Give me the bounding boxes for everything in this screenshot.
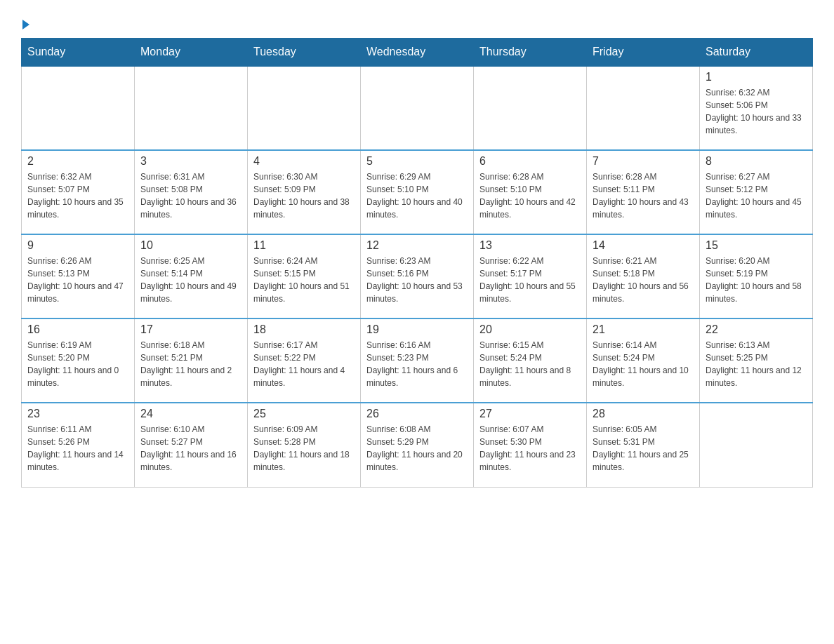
day-number: 7 [593, 155, 694, 168]
header-sunday: Sunday [22, 39, 135, 67]
day-info: Sunrise: 6:07 AMSunset: 5:30 PMDaylight:… [479, 423, 581, 474]
header-tuesday: Tuesday [248, 39, 361, 67]
day-info: Sunrise: 6:26 AMSunset: 5:13 PMDaylight:… [27, 255, 128, 305]
day-info: Sunrise: 6:05 AMSunset: 5:31 PMDaylight:… [593, 423, 694, 474]
header-thursday: Thursday [474, 39, 587, 67]
calendar: SundayMondayTuesdayWednesdayThursdayFrid… [21, 38, 813, 488]
week-row-5: 23Sunrise: 6:11 AMSunset: 5:26 PMDayligh… [22, 403, 813, 487]
calendar-cell [22, 66, 135, 150]
day-number: 10 [140, 239, 241, 252]
day-number: 1 [706, 71, 807, 83]
calendar-cell: 6Sunrise: 6:28 AMSunset: 5:10 PMDaylight… [474, 150, 587, 234]
header [21, 14, 813, 31]
calendar-cell [700, 403, 813, 487]
calendar-cell: 17Sunrise: 6:18 AMSunset: 5:21 PMDayligh… [135, 318, 248, 403]
day-info: Sunrise: 6:11 AMSunset: 5:26 PMDaylight:… [27, 423, 128, 474]
calendar-cell: 3Sunrise: 6:31 AMSunset: 5:08 PMDaylight… [135, 150, 248, 234]
calendar-cell: 2Sunrise: 6:32 AMSunset: 5:07 PMDaylight… [22, 150, 135, 234]
day-info: Sunrise: 6:31 AMSunset: 5:08 PMDaylight:… [140, 170, 241, 221]
day-number: 15 [706, 239, 807, 252]
day-number: 16 [27, 323, 128, 336]
day-number: 17 [140, 323, 241, 336]
day-info: Sunrise: 6:19 AMSunset: 5:20 PMDaylight:… [27, 339, 128, 389]
calendar-cell: 5Sunrise: 6:29 AMSunset: 5:10 PMDaylight… [361, 150, 474, 234]
calendar-cell [474, 66, 587, 150]
day-info: Sunrise: 6:25 AMSunset: 5:14 PMDaylight:… [140, 255, 241, 305]
calendar-cell: 24Sunrise: 6:10 AMSunset: 5:27 PMDayligh… [135, 403, 248, 487]
calendar-cell: 20Sunrise: 6:15 AMSunset: 5:24 PMDayligh… [474, 318, 587, 403]
calendar-cell: 25Sunrise: 6:09 AMSunset: 5:28 PMDayligh… [248, 403, 361, 487]
calendar-cell: 23Sunrise: 6:11 AMSunset: 5:26 PMDayligh… [22, 403, 135, 487]
day-number: 6 [479, 155, 581, 168]
day-number: 28 [593, 408, 694, 420]
calendar-cell: 15Sunrise: 6:20 AMSunset: 5:19 PMDayligh… [700, 234, 813, 318]
day-number: 11 [253, 239, 355, 252]
calendar-cell: 13Sunrise: 6:22 AMSunset: 5:17 PMDayligh… [474, 234, 587, 318]
day-info: Sunrise: 6:10 AMSunset: 5:27 PMDaylight:… [140, 423, 241, 474]
calendar-cell: 4Sunrise: 6:30 AMSunset: 5:09 PMDaylight… [248, 150, 361, 234]
day-info: Sunrise: 6:23 AMSunset: 5:16 PMDaylight:… [366, 255, 468, 305]
day-number: 2 [27, 155, 128, 168]
calendar-cell: 26Sunrise: 6:08 AMSunset: 5:29 PMDayligh… [361, 403, 474, 487]
header-monday: Monday [135, 39, 248, 67]
day-info: Sunrise: 6:28 AMSunset: 5:11 PMDaylight:… [593, 170, 694, 221]
calendar-cell: 14Sunrise: 6:21 AMSunset: 5:18 PMDayligh… [587, 234, 700, 318]
calendar-cell: 28Sunrise: 6:05 AMSunset: 5:31 PMDayligh… [587, 403, 700, 487]
day-info: Sunrise: 6:15 AMSunset: 5:24 PMDaylight:… [479, 339, 581, 389]
week-row-4: 16Sunrise: 6:19 AMSunset: 5:20 PMDayligh… [22, 318, 813, 403]
header-saturday: Saturday [700, 39, 813, 67]
day-number: 9 [27, 239, 128, 252]
week-row-3: 9Sunrise: 6:26 AMSunset: 5:13 PMDaylight… [22, 234, 813, 318]
day-info: Sunrise: 6:09 AMSunset: 5:28 PMDaylight:… [253, 423, 355, 474]
day-info: Sunrise: 6:24 AMSunset: 5:15 PMDaylight:… [253, 255, 355, 305]
day-info: Sunrise: 6:28 AMSunset: 5:10 PMDaylight:… [479, 170, 581, 221]
day-number: 5 [366, 155, 468, 168]
day-number: 23 [27, 408, 128, 420]
day-info: Sunrise: 6:08 AMSunset: 5:29 PMDaylight:… [366, 423, 468, 474]
week-row-2: 2Sunrise: 6:32 AMSunset: 5:07 PMDaylight… [22, 150, 813, 234]
day-info: Sunrise: 6:32 AMSunset: 5:07 PMDaylight:… [27, 170, 128, 221]
calendar-cell [587, 66, 700, 150]
day-info: Sunrise: 6:32 AMSunset: 5:06 PMDaylight:… [706, 86, 807, 137]
day-number: 12 [366, 239, 468, 252]
calendar-cell: 22Sunrise: 6:13 AMSunset: 5:25 PMDayligh… [700, 318, 813, 403]
calendar-cell [248, 66, 361, 150]
day-number: 19 [366, 323, 468, 336]
day-info: Sunrise: 6:27 AMSunset: 5:12 PMDaylight:… [706, 170, 807, 221]
logo-arrow-icon [22, 20, 29, 29]
day-number: 4 [253, 155, 355, 168]
calendar-cell: 16Sunrise: 6:19 AMSunset: 5:20 PMDayligh… [22, 318, 135, 403]
day-info: Sunrise: 6:21 AMSunset: 5:18 PMDaylight:… [593, 255, 694, 305]
calendar-cell: 1Sunrise: 6:32 AMSunset: 5:06 PMDaylight… [700, 66, 813, 150]
logo [21, 14, 29, 31]
day-info: Sunrise: 6:30 AMSunset: 5:09 PMDaylight:… [253, 170, 355, 221]
calendar-cell [361, 66, 474, 150]
calendar-cell: 10Sunrise: 6:25 AMSunset: 5:14 PMDayligh… [135, 234, 248, 318]
day-number: 20 [479, 323, 581, 336]
day-info: Sunrise: 6:14 AMSunset: 5:24 PMDaylight:… [593, 339, 694, 389]
day-number: 26 [366, 408, 468, 420]
day-info: Sunrise: 6:20 AMSunset: 5:19 PMDaylight:… [706, 255, 807, 305]
calendar-cell [135, 66, 248, 150]
day-info: Sunrise: 6:13 AMSunset: 5:25 PMDaylight:… [706, 339, 807, 389]
calendar-cell: 12Sunrise: 6:23 AMSunset: 5:16 PMDayligh… [361, 234, 474, 318]
day-info: Sunrise: 6:18 AMSunset: 5:21 PMDaylight:… [140, 339, 241, 389]
day-number: 22 [706, 323, 807, 336]
day-number: 8 [706, 155, 807, 168]
day-info: Sunrise: 6:16 AMSunset: 5:23 PMDaylight:… [366, 339, 468, 389]
calendar-cell: 7Sunrise: 6:28 AMSunset: 5:11 PMDaylight… [587, 150, 700, 234]
calendar-cell: 21Sunrise: 6:14 AMSunset: 5:24 PMDayligh… [587, 318, 700, 403]
day-number: 3 [140, 155, 241, 168]
day-number: 18 [253, 323, 355, 336]
header-wednesday: Wednesday [361, 39, 474, 67]
day-info: Sunrise: 6:22 AMSunset: 5:17 PMDaylight:… [479, 255, 581, 305]
calendar-cell: 27Sunrise: 6:07 AMSunset: 5:30 PMDayligh… [474, 403, 587, 487]
weekday-header-row: SundayMondayTuesdayWednesdayThursdayFrid… [22, 39, 813, 67]
day-number: 27 [479, 408, 581, 420]
calendar-cell: 11Sunrise: 6:24 AMSunset: 5:15 PMDayligh… [248, 234, 361, 318]
calendar-cell: 19Sunrise: 6:16 AMSunset: 5:23 PMDayligh… [361, 318, 474, 403]
day-number: 13 [479, 239, 581, 252]
day-number: 21 [593, 323, 694, 336]
day-number: 25 [253, 408, 355, 420]
day-info: Sunrise: 6:29 AMSunset: 5:10 PMDaylight:… [366, 170, 468, 221]
